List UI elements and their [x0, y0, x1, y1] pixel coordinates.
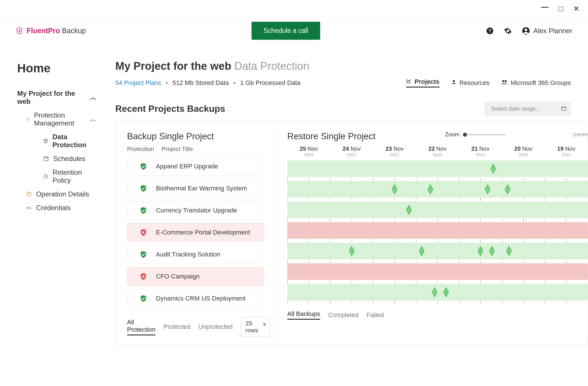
col-protection: Protection: [127, 146, 154, 152]
date-column-head: 24 Nov2021: [330, 146, 373, 157]
project-title: Dynamics CRM US Deployment: [156, 295, 246, 302]
date-column-head: 20 Nov2021: [502, 146, 545, 157]
backup-diamond-icon[interactable]: [443, 287, 449, 297]
project-row[interactable]: Currency Translator Upgrade: [127, 201, 264, 220]
timeline-row[interactable]: [287, 284, 588, 301]
project-title: Currency Translator Upgrade: [156, 207, 237, 214]
timeline-row[interactable]: [287, 160, 588, 177]
user-menu[interactable]: Alex Planner: [522, 27, 572, 35]
project-title: Apparel ERP Upgrade: [156, 163, 218, 170]
project-row[interactable]: Biothermal Ear Warming System: [127, 179, 264, 198]
filter-unprotected[interactable]: Unprotected: [198, 323, 233, 331]
project-row[interactable]: E-Commerce Portal Development: [127, 223, 264, 242]
project-title: Biothermal Ear Warming System: [156, 185, 247, 192]
date-range-picker[interactable]: Select date range...: [485, 102, 571, 116]
svg-point-0: [19, 30, 20, 31]
tab-resources[interactable]: Resources: [451, 78, 490, 87]
project-row[interactable]: Audit Tracking Solution: [127, 245, 264, 264]
group-icon: [501, 79, 508, 87]
backup-diamond-icon[interactable]: [431, 287, 438, 297]
timeline-row[interactable]: [287, 222, 588, 239]
shield-ok-icon: [139, 295, 147, 303]
backup-diamond-icon[interactable]: [477, 246, 484, 256]
sidebar-item-project-web[interactable]: My Project for the web ︿: [17, 87, 97, 108]
chevron-down-icon: ▾: [263, 321, 266, 328]
project-title: CFO Campaign: [156, 273, 200, 280]
svg-rect-17: [562, 107, 566, 110]
project-title: E-Commerce Portal Development: [156, 229, 250, 236]
user-icon: [451, 79, 457, 87]
timeline-row[interactable]: [287, 263, 588, 280]
calendar-icon: [561, 106, 567, 113]
svg-point-6: [45, 140, 46, 141]
svg-point-5: [524, 28, 527, 31]
sidebar-title: Home: [17, 61, 97, 75]
brand-text: FluentPro Backup: [27, 27, 86, 35]
project-plans-link[interactable]: 54 Project Plans: [115, 79, 161, 87]
window-maximize-button[interactable]: □: [559, 5, 563, 12]
tab-projects[interactable]: Projects: [406, 78, 439, 87]
backup-diamond-icon[interactable]: [406, 205, 412, 215]
gear-icon[interactable]: [504, 27, 512, 35]
filter-protected[interactable]: Protected: [163, 323, 190, 331]
stats-row: 54 Project Plans • 512 Mb Stored Data • …: [115, 78, 588, 87]
app-header: FluentPro Backup Schedule a call ? Alex …: [0, 17, 588, 44]
sidebar: Home My Project for the web ︿ Protection…: [0, 44, 105, 345]
help-icon[interactable]: ?: [486, 27, 494, 35]
shield-fail-icon: [139, 228, 147, 236]
backup-diamond-icon[interactable]: [484, 184, 491, 194]
zoom-label: Zoom: [445, 131, 460, 138]
chevron-up-icon: ︿: [90, 93, 97, 102]
sidebar-item-protection-management[interactable]: Protection Management ︿: [26, 108, 97, 130]
stat-stored: 512 Mb Stored Data: [173, 79, 229, 87]
logo-area: FluentPro Backup: [16, 27, 86, 35]
timeline-row[interactable]: [287, 243, 588, 259]
backup-diamond-icon[interactable]: [391, 184, 398, 194]
key-icon: [26, 205, 32, 211]
filter-all-protection[interactable]: All Protection: [127, 319, 155, 335]
operation-icon: [26, 191, 32, 197]
sidebar-item-credentials[interactable]: Credentials: [26, 201, 97, 215]
backup-diamond-icon[interactable]: [506, 246, 512, 256]
backup-diamond-icon[interactable]: [349, 246, 355, 256]
date-column-head: 23 Nov2021: [373, 146, 416, 157]
stat-processed: 1 Gb Processed Data: [240, 79, 300, 87]
project-row[interactable]: CFO Campaign: [127, 267, 264, 286]
window-minimize-button[interactable]: —: [541, 3, 549, 11]
list-icon: [26, 116, 30, 122]
chart-icon: [406, 78, 412, 85]
backup-diamond-icon[interactable]: [504, 184, 511, 194]
sidebar-item-schedules[interactable]: Schedules: [34, 152, 97, 166]
rows-select[interactable]: 25 rows▾: [241, 317, 270, 337]
window-close-button[interactable]: ✕: [573, 5, 579, 12]
restore-filters: All Backups Completed Failed: [287, 310, 588, 320]
user-avatar-icon: [522, 27, 530, 35]
sidebar-item-data-protection[interactable]: Data Protection: [34, 130, 97, 152]
zoom-slider[interactable]: [463, 134, 506, 135]
backup-diamond-icon[interactable]: [427, 184, 433, 194]
restore-pane-title: Restore Single Project: [287, 131, 375, 142]
timeline-row[interactable]: [287, 202, 588, 218]
project-row[interactable]: Apparel ERP Upgrade: [127, 157, 264, 176]
filter-failed[interactable]: Failed: [367, 311, 384, 319]
section-title: Recent Projects Backups: [115, 104, 225, 114]
schedule-call-button[interactable]: Schedule a call: [252, 22, 320, 40]
backup-diamond-icon[interactable]: [490, 164, 496, 174]
backup-diamond-icon[interactable]: [489, 246, 495, 256]
sidebar-item-operation-details[interactable]: Operation Details: [26, 187, 97, 201]
project-row[interactable]: Dynamics CRM US Deployment: [127, 289, 264, 308]
svg-point-13: [27, 207, 29, 209]
filter-completed[interactable]: Completed: [328, 311, 359, 319]
timeline-row[interactable]: [287, 181, 588, 198]
date-column-head: 22 Nov2021: [416, 146, 459, 157]
backup-diamond-icon[interactable]: [419, 246, 425, 256]
filter-all-backups[interactable]: All Backups: [287, 310, 320, 320]
user-name: Alex Planner: [533, 27, 572, 35]
tab-groups[interactable]: Microsoft 365 Groups: [501, 78, 571, 87]
svg-text:?: ?: [488, 28, 491, 33]
restore-pane: Restore Single Project Zoom (recen 25 No…: [276, 121, 588, 345]
sidebar-item-retention-policy[interactable]: Retention Policy: [34, 166, 97, 187]
shield-ok-icon: [139, 250, 147, 258]
project-title: Audit Tracking Solution: [156, 251, 220, 258]
svg-point-14: [453, 80, 455, 82]
